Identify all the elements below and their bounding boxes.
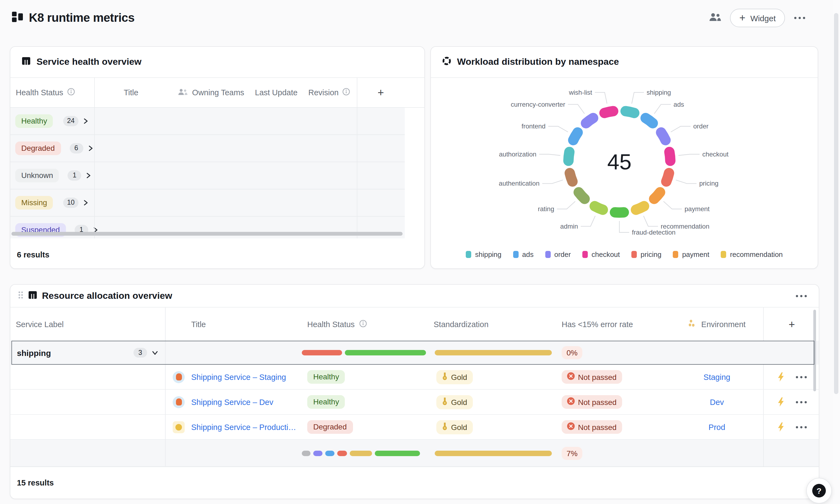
service-row-staging[interactable]: Shipping Service – Staging Healthy Gold … — [10, 365, 819, 390]
legend-item-payment[interactable]: payment — [673, 250, 709, 258]
legend-item-shipping[interactable]: shipping — [466, 250, 502, 258]
service-row-production[interactable]: Shipping Service – Producti… Degraded Go… — [10, 415, 819, 440]
group-label: shipping — [17, 348, 51, 357]
donut-segment-shipping[interactable] — [626, 111, 634, 113]
standardization-badge: Gold — [436, 395, 473, 409]
donut-center-total: 45 — [607, 150, 632, 174]
donut-segment-rating[interactable] — [579, 193, 585, 199]
group-row-shipping[interactable]: shipping 3 0% — [10, 341, 819, 365]
info-icon[interactable] — [342, 88, 350, 97]
column-header-health-status[interactable]: Health Status — [10, 78, 94, 107]
service-title-link[interactable]: Shipping Service – Staging — [191, 373, 286, 381]
status-group-row-unknown[interactable]: Unknown 1 — [10, 162, 405, 190]
status-badge: Unknown — [15, 169, 59, 183]
info-icon[interactable] — [359, 319, 367, 329]
column-header-revision[interactable]: Revision — [305, 78, 357, 107]
info-icon[interactable] — [67, 88, 75, 97]
donut-label-shipping: shipping — [647, 89, 671, 96]
column-header-last-update[interactable]: Last Update — [254, 78, 305, 107]
column-header-service-label[interactable]: Service Label — [10, 307, 165, 341]
column-header-title[interactable]: Title — [165, 307, 297, 341]
legend-item-pricing[interactable]: pricing — [631, 250, 662, 258]
status-group-row-missing[interactable]: Missing 10 — [10, 190, 405, 217]
legend-item-checkout[interactable]: checkout — [582, 250, 620, 258]
add-widget-label: Widget — [750, 13, 776, 23]
chevron-right-icon[interactable] — [83, 118, 89, 125]
add-column-button[interactable]: + — [357, 78, 405, 107]
status-group-row-degraded[interactable]: Degraded 6 — [10, 135, 405, 162]
page-scrollbar[interactable] — [833, 0, 840, 504]
donut-segment-fraud-detection[interactable] — [615, 212, 624, 213]
donut-segment-order[interactable] — [661, 132, 665, 140]
chevron-down-icon[interactable] — [152, 350, 159, 356]
members-button[interactable] — [707, 10, 723, 25]
page-scrollbar-thumb[interactable] — [834, 13, 838, 394]
chevron-right-icon[interactable] — [87, 145, 93, 152]
chevron-right-icon[interactable] — [86, 172, 92, 179]
add-widget-button[interactable]: + Widget — [730, 9, 785, 27]
horizontal-scrollbar-thumb[interactable] — [12, 232, 403, 236]
error-rate-badge: 7% — [562, 447, 582, 460]
next-group-row[interactable]: 7% — [10, 440, 819, 467]
drag-handle-icon[interactable] — [18, 290, 23, 301]
donut-leader-line — [632, 92, 644, 104]
donut-label-frontend: frontend — [522, 123, 546, 130]
run-action-icon[interactable] — [777, 372, 785, 382]
dashboard-menu-button[interactable] — [792, 10, 807, 25]
row-actions-menu[interactable] — [796, 426, 807, 428]
vertical-scrollbar-thumb[interactable] — [813, 310, 816, 391]
column-header-health-status[interactable]: Health Status — [297, 307, 431, 341]
service-row-dev[interactable]: Shipping Service – Dev Healthy Gold Not … — [10, 390, 819, 415]
legend-item-ads[interactable]: ads — [513, 250, 533, 258]
environment-link[interactable]: Dev — [710, 398, 724, 406]
donut-leader-line — [548, 126, 568, 132]
legend-label: pricing — [641, 250, 662, 258]
column-divider — [165, 307, 165, 467]
donut-segment-frontend[interactable] — [573, 132, 578, 140]
donut-segment-authentication[interactable] — [570, 173, 573, 181]
donut-segment-admin[interactable] — [595, 206, 603, 210]
column-header-owning-teams[interactable]: Owning Teams — [168, 78, 254, 107]
donut-label-authorization: authorization — [499, 150, 536, 158]
health-status-badge: Healthy — [307, 395, 345, 409]
donut-segment-payment[interactable] — [654, 193, 660, 199]
widget-menu-button[interactable] — [796, 295, 807, 297]
legend-item-recommendation[interactable]: recommendation — [721, 250, 783, 258]
environment-link[interactable]: Prod — [708, 422, 725, 431]
legend-label: order — [554, 250, 571, 258]
donut-segment-ads[interactable] — [646, 118, 653, 123]
service-title-link[interactable]: Shipping Service – Dev — [191, 398, 273, 406]
workload-distribution-widget: Workload distribution by namespace 45 sh… — [430, 46, 818, 269]
donut-segment-recommendation[interactable] — [636, 206, 644, 210]
page-title: K8 runtime metrics — [29, 11, 135, 25]
column-header-title[interactable]: Title — [94, 78, 168, 107]
service-title-link[interactable]: Shipping Service – Producti… — [191, 422, 296, 431]
donut-segment-authorization[interactable] — [568, 152, 569, 161]
donut-segment-pricing[interactable] — [666, 173, 669, 181]
legend-item-order[interactable]: order — [545, 250, 571, 258]
health-status-badge: Degraded — [307, 420, 353, 434]
donut-segment-checkout[interactable] — [669, 152, 670, 161]
row-actions-menu[interactable] — [796, 376, 807, 378]
legend-label: payment — [682, 250, 709, 258]
donut-label-currency-converter: currency-converter — [511, 101, 565, 108]
health-distribution-bar — [302, 350, 426, 355]
row-actions-menu[interactable] — [796, 401, 807, 403]
help-button[interactable]: ? — [806, 478, 832, 503]
gold-medal-icon — [442, 397, 448, 407]
column-header-error-rate[interactable]: Has <15% error rate — [559, 307, 670, 341]
status-group-row-healthy[interactable]: Healthy 24 — [10, 108, 405, 135]
environment-link[interactable]: Staging — [703, 373, 730, 381]
donut-label-pricing: pricing — [699, 180, 719, 187]
run-action-icon[interactable] — [777, 422, 785, 432]
chevron-right-icon[interactable] — [83, 199, 89, 206]
add-column-button[interactable]: + — [763, 307, 815, 341]
gold-medal-icon — [442, 422, 448, 432]
donut-label-payment: payment — [684, 205, 710, 213]
donut-segment-currency-converter[interactable] — [586, 118, 593, 123]
service-icon — [173, 371, 185, 383]
column-header-standardization[interactable]: Standardization — [431, 307, 559, 341]
run-action-icon[interactable] — [777, 397, 785, 407]
column-header-environment[interactable]: Environment — [670, 307, 763, 341]
donut-segment-wish-list[interactable] — [605, 111, 613, 113]
